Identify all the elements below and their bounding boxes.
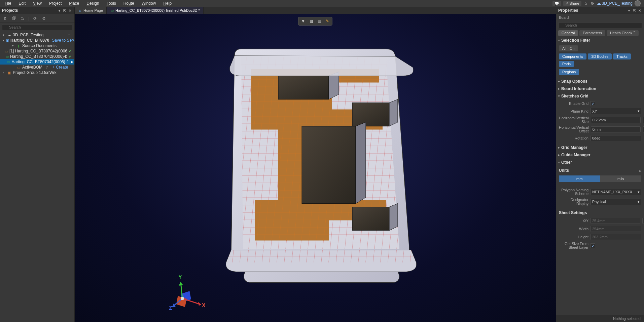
input-h-offset[interactable] xyxy=(591,126,641,132)
settings-icon[interactable]: ⚙ xyxy=(41,15,47,22)
gear-icon[interactable]: ⚙ xyxy=(590,1,595,6)
view-mode-2-icon[interactable]: ▤ xyxy=(315,18,323,25)
tab-health-check[interactable]: Health Check ˅ xyxy=(607,30,639,36)
menu-file[interactable]: File xyxy=(1,0,14,6)
properties-panel: Properties ▾ ⇱ ✕ Board General Parameter… xyxy=(556,7,644,322)
section-other[interactable]: ▾Other xyxy=(556,159,644,166)
chip-pads[interactable]: Pads xyxy=(559,61,574,67)
panel-pin-icon[interactable]: ⇱ xyxy=(632,8,637,13)
panel-close-icon[interactable]: ✕ xyxy=(637,8,642,13)
measure-icon[interactable]: ✎ xyxy=(323,18,331,25)
toggle-mm[interactable]: mm xyxy=(559,175,600,182)
menu-window[interactable]: Window xyxy=(138,0,159,6)
tree-workspace[interactable]: ▾☁ 3D_PCB_Testing ⋯ xyxy=(0,32,74,38)
tree-activebom[interactable]: ▭ ActiveBOM ? + Create xyxy=(0,65,74,70)
more-icon[interactable]: ⋯ xyxy=(68,33,73,37)
chevron-down-icon: ▾ xyxy=(638,190,640,194)
tree-doc-sch[interactable]: ▭ [1] Harting_CC_BT807042(0006 ✔ xyxy=(0,48,74,54)
search-icon[interactable]: ⌕ xyxy=(639,168,641,173)
checkbox-get-size[interactable]: ✔ xyxy=(591,243,595,248)
menu-help[interactable]: Help xyxy=(160,0,175,6)
info-icon[interactable]: ? xyxy=(44,65,49,70)
tree-source-documents[interactable]: ▾ ▮ Source Documents xyxy=(0,43,74,48)
panel-dropdown-icon[interactable]: ▾ xyxy=(57,8,62,13)
properties-tabs: General Parameters Health Check ˅ xyxy=(556,30,644,37)
chip-all-on[interactable]: All - On xyxy=(559,45,578,51)
home-icon[interactable]: ⌂ xyxy=(583,1,588,6)
panel-dropdown-icon[interactable]: ▾ xyxy=(627,8,631,13)
pcb-doc-icon: ▭ xyxy=(110,8,114,12)
share-button[interactable]: ↗ Share xyxy=(563,1,581,6)
menu-design[interactable]: Design xyxy=(83,0,102,6)
properties-header: Properties ▾ ⇱ ✕ xyxy=(556,7,644,14)
doc-icon[interactable]: 🗎 xyxy=(2,15,8,22)
refresh-icon[interactable]: ⟳ xyxy=(32,15,38,22)
section-board-info[interactable]: ▸Board Information xyxy=(556,85,644,92)
save-to-server-link[interactable]: Save to Server xyxy=(52,38,74,43)
properties-search-input[interactable] xyxy=(558,22,642,28)
menu-edit[interactable]: Edit xyxy=(15,0,29,6)
section-sketches-grid[interactable]: ▾Sketches Grid xyxy=(556,92,644,100)
projects-panel: Projects ▾ ⇱ ✕ 🗎 🗐 🗀 | ⟳ ⚙ ▾☁ 3D_PCB_Tes… xyxy=(0,7,75,322)
chip-components[interactable]: Components xyxy=(559,53,586,59)
input-sheet-width xyxy=(591,226,641,232)
projects-search-input[interactable] xyxy=(2,24,72,30)
menu-project[interactable]: Project xyxy=(46,0,65,6)
panel-close-icon[interactable]: ✕ xyxy=(68,8,72,13)
view-mode-1-icon[interactable]: ▦ xyxy=(307,18,315,25)
checkbox-enable-grid[interactable]: ✔ xyxy=(591,101,595,106)
comment-button[interactable]: 💬 xyxy=(552,1,561,6)
input-rotation[interactable] xyxy=(591,135,641,141)
svg-rect-8 xyxy=(181,291,191,302)
menu-place[interactable]: Place xyxy=(66,0,82,6)
properties-context: Board xyxy=(556,14,644,21)
folder-icon[interactable]: 🗀 xyxy=(20,15,26,22)
select-plane-kind[interactable]: XY▾ xyxy=(591,108,641,114)
compile-icon[interactable]: 🗐 xyxy=(11,15,17,22)
chevron-down-icon: ˅ xyxy=(633,31,635,35)
toggle-mils[interactable]: mils xyxy=(600,175,642,182)
input-v-size[interactable] xyxy=(643,117,644,123)
menu-tools[interactable]: Tools xyxy=(103,0,119,6)
select-polygon-naming[interactable]: NET NAME_LXX_PXXX▾ xyxy=(591,189,641,195)
tab-home[interactable]: ⌂ Home Page xyxy=(75,7,107,14)
svg-marker-15 xyxy=(172,304,176,307)
chevron-down-icon: ▾ xyxy=(638,200,640,204)
menu-route[interactable]: Route xyxy=(120,0,138,6)
tree-project-group[interactable]: ▸ ▣ Project Group 1.DsnWrk xyxy=(0,70,74,75)
panel-pin-icon[interactable]: ⇱ xyxy=(62,8,67,13)
tree-project[interactable]: ▾ ▣ Harting_CC_BT8070 Save to Server ✔ xyxy=(0,38,74,43)
label-width: Width xyxy=(559,227,588,231)
input-h-size[interactable] xyxy=(591,117,641,123)
view-toolbar: ▼ ▦ ▤ ✎ xyxy=(298,17,332,26)
viewport-3d[interactable]: ▼ ▦ ▤ ✎ xyxy=(75,14,556,322)
projects-title: Projects xyxy=(2,8,18,13)
avatar[interactable] xyxy=(635,0,641,6)
label-hv-size: Horizontal/Vertical Size xyxy=(559,116,589,124)
check-icon: ✔ xyxy=(69,49,73,53)
chip-3d-bodies[interactable]: 3D Bodies xyxy=(588,53,612,59)
menu-view[interactable]: View xyxy=(30,0,45,6)
section-guide-manager[interactable]: ▸Guide Manager xyxy=(556,151,644,159)
section-snap-options[interactable]: ▸Snap Options xyxy=(556,78,644,85)
tree-doc-pcb-fi[interactable]: ▭ Harting_CC_BT807042(0006)-fi ● xyxy=(0,59,74,65)
chip-regions[interactable]: Regions xyxy=(559,69,579,75)
axis-gizmo: X Y Z xyxy=(169,275,206,312)
svg-marker-11 xyxy=(198,302,201,306)
tab-general[interactable]: General xyxy=(558,30,578,36)
tab-document[interactable]: ▭ Harting_CC_BT807042(0006)-finished.Pcb… xyxy=(107,7,204,14)
section-grid-manager[interactable]: ▸Grid Manager xyxy=(556,144,644,151)
input-v-offset[interactable] xyxy=(643,126,644,132)
tab-parameters[interactable]: Parameters xyxy=(579,30,605,36)
tree-doc-pcb-b[interactable]: ▭ Harting_CC_BT807042(0006)-b ✔ xyxy=(0,54,74,59)
label-rotation: Rotation xyxy=(559,136,588,140)
chip-tracks[interactable]: Tracks xyxy=(613,53,631,59)
filter-icon[interactable]: ▼ xyxy=(299,18,307,25)
create-link[interactable]: + Create xyxy=(52,65,68,70)
section-selection-filter[interactable]: ▾Selection Filter xyxy=(556,37,644,44)
svg-rect-4 xyxy=(302,126,356,204)
svg-rect-9 xyxy=(176,296,187,307)
workspace-selector[interactable]: ☁ 3D_PCB_Testing xyxy=(597,1,633,6)
select-designator-display[interactable]: Physical▾ xyxy=(591,199,641,205)
label-get-size: Get Size From Sheet Layer xyxy=(559,242,588,249)
